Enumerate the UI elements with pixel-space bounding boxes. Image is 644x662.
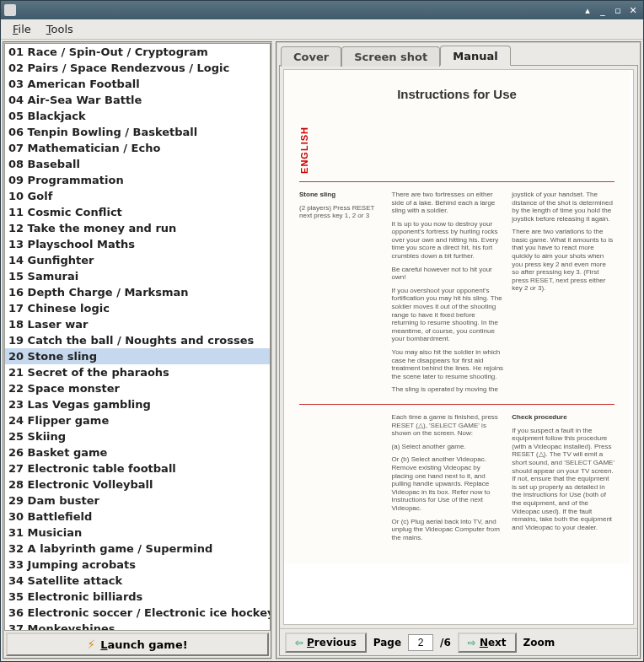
rollup-button[interactable]: ▴ [581, 4, 594, 16]
manual-text: If you suspect a fault in the equipment … [512, 427, 614, 532]
tab-strip: Cover Screen shot Manual [277, 43, 640, 65]
game-list-item[interactable]: 18 Laser war [5, 316, 270, 332]
manual-text: There are two fortresses on either side … [392, 191, 504, 215]
game-list-item[interactable]: 25 Skiing [5, 428, 270, 444]
app-icon [4, 4, 16, 16]
tab-cover[interactable]: Cover [281, 46, 341, 67]
next-button[interactable]: ⇨ Next [458, 632, 517, 653]
zoom-label: Zoom [523, 637, 555, 649]
game-list-item[interactable]: 27 Electronic table football [5, 460, 270, 476]
right-panel: Cover Screen shot Manual Instructions fo… [276, 41, 641, 659]
launch-button[interactable]: ⚡ Launch game! [6, 632, 269, 656]
menu-file[interactable]: File [6, 21, 38, 37]
game-list-item[interactable]: 01 Race / Spin-Out / Cryptogram [5, 44, 270, 60]
game-list-item[interactable]: 02 Pairs / Space Rendezvous / Logic [5, 60, 270, 76]
game-list-item[interactable]: 11 Cosmic Conflict [5, 204, 270, 220]
manual-page: Instructions for Use ENGLISH Stone sling… [284, 70, 630, 563]
left-panel: 01 Race / Spin-Out / Cryptogram02 Pairs … [3, 41, 272, 659]
manual-text: You may also hit the soldier in which ca… [392, 348, 504, 380]
menu-tools[interactable]: Tools [40, 21, 80, 37]
page-total: /6 [440, 637, 451, 649]
game-list-item[interactable]: 31 Musician [5, 525, 270, 541]
manual-text: If you overshoot your opponent's fortifi… [392, 287, 504, 343]
manual-text: There are two variations to the basic ga… [512, 228, 614, 293]
game-list-item[interactable]: 15 Samurai [5, 268, 270, 284]
game-list-item[interactable]: 24 Flipper game [5, 412, 270, 428]
manual-text: Each time a game is finished, press RESE… [392, 413, 504, 438]
game-list-item[interactable]: 19 Catch the ball / Noughts and crosses [5, 332, 270, 348]
game-list-item[interactable]: 36 Electronic soccer / Electronic ice ho… [5, 605, 270, 621]
game-list-item[interactable]: 34 Satellite attack [5, 573, 270, 589]
game-heading: Stone sling [299, 191, 335, 198]
game-list-item[interactable]: 17 Chinese logic [5, 300, 270, 316]
prev-button[interactable]: ⇦ Previous [285, 632, 367, 653]
manual-text: It is up to you now to destroy your oppo… [392, 220, 504, 261]
menubar: File Tools [1, 19, 643, 40]
game-list-item[interactable]: 35 Electronic billiards [5, 589, 270, 605]
game-list-item[interactable]: 28 Electronic Volleyball [5, 476, 270, 492]
manual-text: Or (b) Select another Videopac. Remove e… [392, 455, 504, 512]
game-list-item[interactable]: 32 A labyrinth game / Supermind [5, 541, 270, 557]
tab-manual[interactable]: Manual [440, 46, 510, 66]
tab-screenshot[interactable]: Screen shot [341, 46, 440, 67]
titlebar: ▴ _ ▫ ✕ [1, 1, 643, 19]
game-list-item[interactable]: 06 Tenpin Bowling / Basketball [5, 124, 270, 140]
game-list-item[interactable]: 21 Secret of the pharaohs [5, 364, 270, 380]
game-list-item[interactable]: 03 American Football [5, 76, 270, 92]
content-area: 01 Race / Spin-Out / Cryptogram02 Pairs … [1, 40, 643, 661]
game-list-item[interactable]: 22 Space monster [5, 380, 270, 396]
game-list-item[interactable]: 26 Basket game [5, 444, 270, 460]
game-sub: (2 players) Press RESET next press key 1… [299, 204, 384, 220]
divider [299, 404, 614, 405]
game-list-item[interactable]: 37 Monkeyshines [5, 621, 270, 630]
game-list-item[interactable]: 13 Playschool Maths [5, 236, 270, 252]
maximize-button[interactable]: ▫ [611, 4, 625, 16]
game-list-wrap: 01 Race / Spin-Out / Cryptogram02 Pairs … [4, 43, 271, 631]
manual-text: Be careful however not to hit your own! [392, 266, 504, 282]
game-list-item[interactable]: 07 Mathematician / Echo [5, 140, 270, 156]
game-list-item[interactable]: 30 Battlefield [5, 509, 270, 525]
game-list-item[interactable]: 09 Programmation [5, 172, 270, 188]
page-label: Page [373, 637, 401, 649]
game-list-item[interactable]: 14 Gunfighter [5, 252, 270, 268]
game-list[interactable]: 01 Race / Spin-Out / Cryptogram02 Pairs … [5, 44, 270, 630]
pager-bar: ⇦ Previous Page /6 ⇨ Next Zoom [280, 628, 637, 655]
manual-text: joystick of your handset. The distance o… [512, 191, 614, 223]
minimize-button[interactable]: _ [596, 4, 609, 16]
manual-text: The sling is operated by moving the [392, 385, 504, 394]
game-list-item[interactable]: 12 Take the money and run [5, 220, 270, 236]
arrow-right-icon: ⇨ [468, 637, 476, 649]
game-list-item[interactable]: 04 Air-Sea War Battle [5, 92, 270, 108]
divider [299, 181, 614, 182]
manual-viewport[interactable]: Instructions for Use ENGLISH Stone sling… [283, 69, 634, 625]
tab-content: Instructions for Use ENGLISH Stone sling… [279, 65, 638, 656]
page-input[interactable] [408, 634, 433, 651]
check-heading: Check procedure [512, 413, 566, 421]
manual-text: Or (c) Plug aerial back into TV, and unp… [392, 518, 504, 542]
game-list-item[interactable]: 16 Depth Charge / Marksman [5, 284, 270, 300]
game-list-item[interactable]: 23 Las Vegas gambling [5, 396, 270, 412]
manual-text: (a) Select another game. [392, 443, 504, 451]
app-window: ▴ _ ▫ ✕ File Tools 01 Race / Spin-Out / … [0, 0, 644, 662]
game-list-item[interactable]: 29 Dam buster [5, 492, 270, 509]
game-list-item[interactable]: 33 Jumping acrobats [5, 557, 270, 573]
launch-label: aunch game! [108, 638, 188, 651]
game-list-item[interactable]: 08 Baseball [5, 156, 270, 172]
arrow-left-icon: ⇦ [295, 637, 303, 649]
game-list-item[interactable]: 20 Stone sling [5, 348, 270, 364]
english-label: ENGLISH [299, 126, 309, 174]
game-list-item[interactable]: 10 Golf [5, 188, 270, 204]
lightning-icon: ⚡ [87, 638, 95, 651]
close-button[interactable]: ✕ [626, 4, 640, 16]
manual-title: Instructions for Use [299, 87, 614, 101]
game-list-item[interactable]: 05 Blackjack [5, 108, 270, 124]
